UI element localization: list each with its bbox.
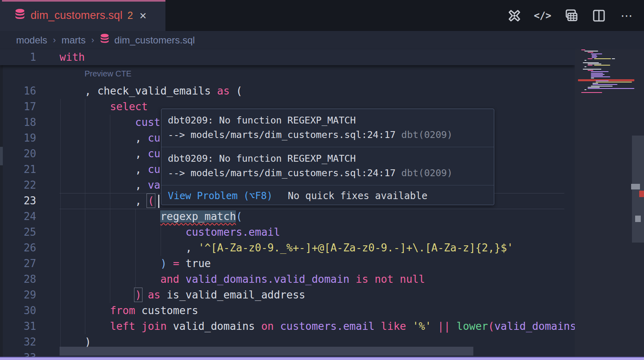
view-problem-link[interactable]: View Problem (⌥F8) <box>168 190 272 202</box>
code-token <box>179 257 186 269</box>
code-token: customers.email <box>186 226 280 238</box>
code-token <box>431 320 438 332</box>
minimap[interactable] <box>575 49 644 360</box>
line-number: 18 <box>0 115 36 130</box>
minimap-line <box>584 51 598 51</box>
code-line-16[interactable]: , check_valid_emails as ( <box>60 83 242 99</box>
chevron-right-icon: › <box>53 35 56 45</box>
code-token: cu <box>148 132 160 144</box>
code-line-31[interactable]: left join valid_domains on customers.ema… <box>60 319 576 334</box>
overview-ruler-marker <box>631 184 640 189</box>
tab-dim-customers[interactable]: dim_customers.sql 2 × <box>0 0 165 31</box>
code-token: ) <box>135 289 142 301</box>
line-number: 25 <box>0 224 36 240</box>
code-token: valid_domains.valid_domain <box>186 273 349 285</box>
code-token: || <box>438 320 450 332</box>
code-token: ( <box>236 85 242 97</box>
horizontal-scrollbar-thumb[interactable] <box>60 347 473 356</box>
code-token: = <box>173 257 180 269</box>
code-line-18[interactable]: cust <box>60 115 160 130</box>
code-token <box>349 273 356 285</box>
code-token: , <box>186 242 198 254</box>
code-line-26[interactable]: , '^[A-Za-z0-9._%+-]+@[A-Za-z0-9.-]+\.[A… <box>60 240 513 256</box>
no-quick-fixes-label: No quick fixes available <box>288 190 427 202</box>
code-token: left join <box>110 320 167 332</box>
code-token: , <box>135 148 148 160</box>
code-line-24[interactable]: regexp_match( <box>60 209 242 224</box>
chevron-right-icon: › <box>91 35 94 45</box>
minimap-line <box>612 58 615 59</box>
code-token: ) <box>85 336 91 348</box>
code-token: '^[A-Za-z0-9._%+-]+@[A-Za-z0-9.-]+\.[A-Z… <box>198 242 513 254</box>
code-token: , <box>135 132 148 144</box>
vscode-editor-window: dim_customers.sql 2 × </> ⋯ models › mar… <box>0 0 644 360</box>
code-token: ) <box>160 257 167 269</box>
code-editor[interactable]: 161718192021222324252627282930313233 , c… <box>0 49 644 360</box>
breadcrumb-models[interactable]: models <box>16 35 47 46</box>
code-line-21[interactable]: , cu <box>60 162 160 177</box>
line-number: 27 <box>0 256 36 272</box>
code-line-23[interactable]: , ( <box>60 193 154 209</box>
minimap-line <box>594 58 611 59</box>
code-token <box>375 320 381 332</box>
minimap-line <box>591 74 605 75</box>
code-token <box>450 320 457 332</box>
code-token: , check_valid_emails <box>85 85 217 97</box>
codelens-preview-cte[interactable]: Preview CTE <box>85 69 132 78</box>
minimap-line <box>592 56 597 57</box>
minimap-line <box>592 57 597 58</box>
more-actions-icon[interactable]: ⋯ <box>619 8 635 24</box>
line-number: 20 <box>0 146 36 162</box>
code-line-28[interactable]: and valid_domains.valid_domain is not nu… <box>60 272 425 287</box>
code-token <box>135 304 142 317</box>
minimap-line <box>591 53 602 54</box>
code-token: as <box>148 289 160 301</box>
code-token: and <box>160 273 179 285</box>
code-token <box>141 289 148 301</box>
error-hover-tooltip: dbt0209: No function REGEXP_MATCH --> mo… <box>161 109 494 205</box>
code-line-19[interactable]: , cu <box>60 130 160 146</box>
line-number: 21 <box>0 162 36 177</box>
sticky-scroll-row[interactable]: 1 with <box>0 49 575 65</box>
code-token: is not null <box>356 273 425 285</box>
overview-ruler-marker <box>635 216 641 222</box>
line-number: 29 <box>0 287 36 303</box>
minimap-line <box>591 78 594 78</box>
code-token: cu <box>148 148 160 160</box>
minimap-line <box>591 86 613 86</box>
minimap-line <box>588 58 592 59</box>
code-line-20[interactable]: , cu <box>60 146 160 162</box>
minimap-line <box>591 71 609 72</box>
code-token: ( <box>488 320 495 332</box>
dbt-logo-icon[interactable] <box>506 8 522 24</box>
code-token: , <box>135 195 148 207</box>
sticky-code-text: with <box>60 49 85 65</box>
query-results-icon[interactable] <box>563 8 579 24</box>
text-cursor <box>158 195 159 208</box>
line-number: 17 <box>0 99 36 115</box>
code-token: as <box>217 85 229 97</box>
bottom-accent-bar <box>0 357 644 360</box>
code-token: cu <box>148 163 160 175</box>
minimap-line <box>592 55 597 56</box>
close-icon[interactable]: × <box>139 10 147 22</box>
minimap-line <box>588 87 600 88</box>
line-number: 19 <box>0 130 36 146</box>
code-line-30[interactable]: from customers <box>60 303 198 319</box>
breadcrumb-file[interactable]: dim_customers.sql <box>114 35 195 46</box>
minimap-line <box>584 66 586 67</box>
code-line-17[interactable]: select <box>60 99 148 115</box>
code-token <box>274 320 280 332</box>
breadcrumb-marts[interactable]: marts <box>62 35 86 46</box>
code-line-27[interactable]: ) = true <box>60 256 211 272</box>
code-line-29[interactable]: ) as is_valid_email_address <box>60 287 305 303</box>
hover-error: dbt0209: No function REGEXP_MATCH --> mo… <box>161 109 494 147</box>
code-line-22[interactable]: , va <box>60 177 160 193</box>
split-editor-icon[interactable] <box>591 8 607 24</box>
code-icon[interactable]: </> <box>535 8 551 24</box>
line-number: 23 <box>0 193 36 209</box>
code-token: on <box>261 320 274 332</box>
code-line-25[interactable]: customers.email <box>60 224 280 240</box>
minimap-line <box>581 92 602 93</box>
code-token: ( <box>236 210 242 222</box>
